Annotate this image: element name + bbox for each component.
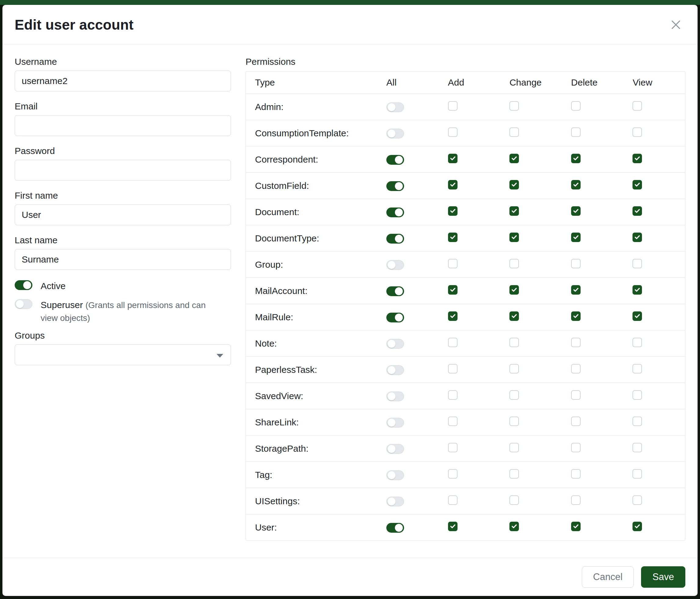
permission-delete-checkbox[interactable] [571,311,581,321]
permission-change-checkbox[interactable] [509,127,519,137]
check-icon [634,313,641,319]
permission-add-checkbox[interactable] [448,127,457,137]
permission-all-toggle[interactable] [386,155,404,165]
permission-delete-checkbox[interactable] [571,233,581,242]
permission-delete-checkbox[interactable] [571,285,581,295]
permission-change-checkbox[interactable] [509,285,519,295]
permission-add-checkbox[interactable] [448,443,457,452]
permission-add-checkbox[interactable] [448,311,457,321]
first-name-input[interactable] [15,205,231,225]
permission-view-checkbox[interactable] [632,259,642,268]
permission-all-toggle[interactable] [386,129,404,139]
cancel-button[interactable]: Cancel [582,566,634,588]
permission-add-checkbox[interactable] [448,206,457,216]
groups-select[interactable] [15,344,231,365]
permission-add-checkbox[interactable] [448,338,457,347]
permission-all-toggle[interactable] [386,286,404,296]
permission-view-checkbox[interactable] [632,416,642,426]
superuser-toggle[interactable] [15,299,32,309]
permission-change-checkbox[interactable] [509,206,519,216]
permission-add-checkbox[interactable] [448,154,457,163]
permission-view-checkbox[interactable] [632,469,642,479]
permission-delete-checkbox[interactable] [571,338,581,347]
permission-all-toggle[interactable] [386,497,404,506]
active-toggle[interactable] [15,280,32,290]
permission-view-checkbox[interactable] [632,522,642,531]
permission-all-toggle[interactable] [386,234,404,244]
permission-view-checkbox[interactable] [632,233,642,242]
permission-add-checkbox[interactable] [448,469,457,479]
permission-view-checkbox[interactable] [632,285,642,295]
permission-view-checkbox[interactable] [632,206,642,216]
toggle-knob [395,209,403,216]
permission-change-checkbox[interactable] [509,311,519,321]
permission-change-checkbox[interactable] [509,390,519,400]
permission-delete-checkbox[interactable] [571,206,581,216]
permission-change-checkbox[interactable] [509,180,519,190]
permission-delete-checkbox[interactable] [571,469,581,479]
permission-delete-checkbox[interactable] [571,259,581,268]
password-label: Password [15,146,231,156]
permission-view-checkbox[interactable] [632,127,642,137]
permission-add-checkbox[interactable] [448,101,457,111]
permission-all-toggle[interactable] [386,523,404,533]
permission-view-checkbox[interactable] [632,180,642,190]
permission-all-toggle[interactable] [386,444,404,454]
permission-change-checkbox[interactable] [509,496,519,505]
permission-change-checkbox[interactable] [509,416,519,426]
permission-delete-checkbox[interactable] [571,364,581,374]
permission-change-checkbox[interactable] [509,443,519,452]
permission-view-checkbox[interactable] [632,101,642,111]
permission-delete-checkbox[interactable] [571,127,581,137]
permission-all-toggle[interactable] [386,102,404,112]
permission-delete-checkbox[interactable] [571,522,581,531]
permission-change-checkbox[interactable] [509,469,519,479]
permission-add-checkbox[interactable] [448,416,457,426]
permission-all-toggle[interactable] [386,391,404,401]
permission-view-checkbox[interactable] [632,364,642,374]
permission-delete-checkbox[interactable] [571,390,581,400]
permission-add-checkbox[interactable] [448,259,457,268]
permission-all-toggle[interactable] [386,260,404,270]
permission-delete-checkbox[interactable] [571,101,581,111]
permission-view-checkbox[interactable] [632,390,642,400]
permission-change-checkbox[interactable] [509,259,519,268]
permission-change-checkbox[interactable] [509,364,519,374]
email-input[interactable] [15,115,231,136]
permission-change-checkbox[interactable] [509,101,519,111]
password-input[interactable] [15,160,231,181]
username-input[interactable] [15,71,231,91]
permission-all-toggle[interactable] [386,365,404,375]
permission-add-checkbox[interactable] [448,233,457,242]
permission-change-checkbox[interactable] [509,338,519,347]
close-icon [670,18,682,31]
permission-delete-checkbox[interactable] [571,180,581,190]
permission-delete-checkbox[interactable] [571,443,581,452]
permission-add-checkbox[interactable] [448,496,457,505]
permission-view-checkbox[interactable] [632,496,642,505]
permission-change-checkbox[interactable] [509,522,519,531]
permission-all-toggle[interactable] [386,181,404,191]
permission-all-toggle[interactable] [386,208,404,217]
permission-add-checkbox[interactable] [448,180,457,190]
permission-all-toggle[interactable] [386,313,404,322]
permission-all-toggle[interactable] [386,418,404,428]
permission-view-checkbox[interactable] [632,311,642,321]
close-button[interactable] [668,17,684,33]
permission-add-checkbox[interactable] [448,364,457,374]
permission-add-checkbox[interactable] [448,522,457,531]
permission-view-checkbox[interactable] [632,443,642,452]
permission-add-checkbox[interactable] [448,285,457,295]
permission-view-checkbox[interactable] [632,338,642,347]
permission-all-toggle[interactable] [386,470,404,480]
permission-delete-checkbox[interactable] [571,154,581,163]
permission-change-checkbox[interactable] [509,154,519,163]
permission-change-checkbox[interactable] [509,233,519,242]
last-name-input[interactable] [15,249,231,270]
save-button[interactable]: Save [641,566,685,588]
permission-all-toggle[interactable] [386,339,404,349]
permission-add-checkbox[interactable] [448,390,457,400]
permission-delete-checkbox[interactable] [571,416,581,426]
permission-delete-checkbox[interactable] [571,496,581,505]
permission-view-checkbox[interactable] [632,154,642,163]
